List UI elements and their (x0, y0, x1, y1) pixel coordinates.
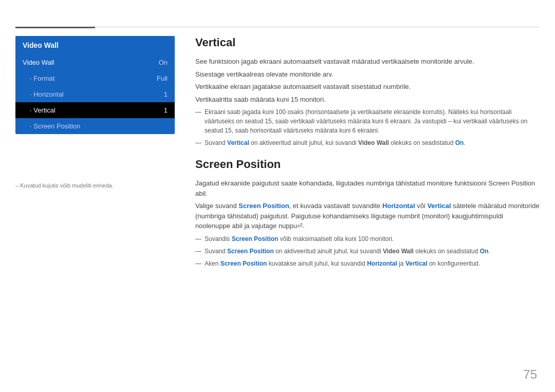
main-content: Vertical See funktsioon jagab ekraani au… (195, 36, 540, 278)
sp-note1: Suvandis Screen Position võib maksimaals… (195, 234, 540, 244)
sp-note3-text: Aken Screen Position kuvatakse ainult ju… (205, 259, 540, 268)
vertical-note2: Suvand Vertical on aktiveeritud ainult j… (195, 138, 540, 147)
sidebar-item-vertical[interactable]: · Vertical1 (15, 102, 175, 118)
vertical-title: Vertical (195, 36, 540, 49)
sidebar-item-value-vertical: 1 (164, 106, 168, 114)
vertical-body: See funktsioon jagab ekraani automaatsel… (195, 57, 540, 147)
sidebar-item-label-format: · Format (30, 74, 54, 82)
vertical-note1: Ekraani saab jagada kuni 100 osaks (hori… (195, 107, 540, 135)
page-number: 75 (523, 367, 537, 382)
sidebar-item-screen-position[interactable]: · Screen Position (15, 118, 175, 134)
sidebar-item-value-format: Full (157, 74, 168, 82)
sp-note3: Aken Screen Position kuvatakse ainult ju… (195, 259, 540, 268)
sp-note2-text: Suvand Screen Position on aktiveeritud a… (205, 247, 540, 256)
vertical-section: Vertical See funktsioon jagab ekraani au… (195, 36, 540, 147)
sidebar-item-label-video-wall: Video Wall (23, 59, 54, 66)
sidebar-item-label-screen-position: · Screen Position (30, 122, 80, 130)
vertical-note2-text: Suvand Vertical on aktiveeritud ainult j… (205, 138, 540, 147)
vertical-para3: Vertikaalne ekraan jagatakse automaatsel… (195, 82, 540, 92)
sidebar-item-value-horizontal: 1 (164, 90, 168, 98)
sidebar-item-value-video-wall: On (159, 59, 168, 66)
sp-note1-text: Suvandis Screen Position võib maksimaals… (205, 234, 540, 244)
sp-para1: Jagatud ekraanide paigutust saate kohand… (195, 178, 540, 198)
sidebar-item-label-vertical: · Vertical (30, 106, 55, 114)
vertical-para2: Sisestage vertikaalreas olevate monitori… (195, 69, 540, 80)
sidebar-item-video-wall[interactable]: Video WallOn (15, 54, 175, 70)
sp-note2: Suvand Screen Position on aktiveeritud a… (195, 247, 540, 256)
sidebar-item-horizontal[interactable]: · Horizontal1 (15, 86, 175, 102)
sp-para2: Valige suvand Screen Position, et kuvada… (195, 201, 540, 231)
vertical-para4: Vertikaalritta saab määrata kuni 15 moni… (195, 95, 540, 105)
vertical-note1-text: Ekraani saab jagada kuni 100 osaks (hori… (205, 107, 540, 135)
footnote: – Kuvatud kujutis võib mudeliti erineda. (15, 182, 114, 189)
vertical-para1: See funktsioon jagab ekraani automaatsel… (195, 57, 540, 67)
screen-position-section: Screen Position Jagatud ekraanide paigut… (195, 158, 540, 268)
sidebar-item-format[interactable]: · FormatFull (15, 70, 175, 86)
screen-position-body: Jagatud ekraanide paigutust saate kohand… (195, 178, 540, 268)
sidebar: Video Wall Video WallOn· FormatFull· Hor… (15, 36, 175, 134)
top-accent-line (15, 27, 95, 28)
sidebar-header: Video Wall (15, 36, 175, 54)
screen-position-title: Screen Position (195, 158, 540, 171)
sidebar-item-label-horizontal: · Horizontal (30, 90, 64, 98)
